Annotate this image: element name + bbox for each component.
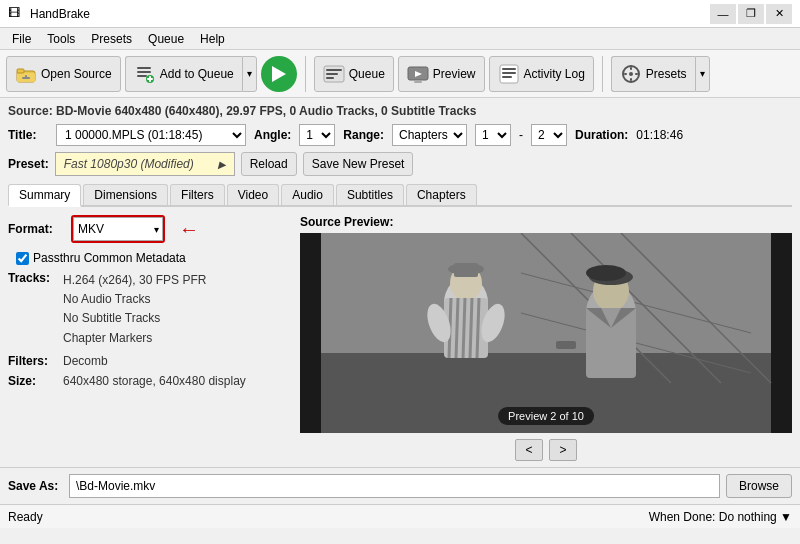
tab-chapters[interactable]: Chapters (406, 184, 477, 205)
filters-label: Filters: (8, 354, 63, 368)
angle-label: Angle: (254, 128, 291, 142)
toolbar: Open Source Add to Queue ▾ (0, 50, 800, 98)
preset-value-text: Fast 1080p30 (Modified) (64, 157, 194, 171)
preview-icon (407, 63, 429, 85)
passthru-checkbox[interactable] (16, 252, 29, 265)
format-select[interactable]: MKV MP4 WebM (73, 217, 163, 241)
format-label: Format: (8, 222, 63, 236)
svg-rect-21 (502, 76, 512, 78)
menu-queue[interactable]: Queue (140, 30, 192, 48)
range-to-select[interactable]: 2 (531, 124, 567, 146)
svg-rect-29 (321, 233, 771, 353)
format-row: Format: MKV MP4 WebM ▾ ← (8, 215, 288, 243)
presets-main[interactable]: Presets (611, 56, 695, 92)
tab-subtitles[interactable]: Subtitles (336, 184, 404, 205)
title-bar: 🎞 HandBrake — ❐ ✕ (0, 0, 800, 28)
preview-label-btn: Preview (433, 67, 476, 81)
browse-button[interactable]: Browse (726, 474, 792, 498)
minimize-button[interactable]: — (710, 4, 736, 24)
toolbar-separator-2 (602, 56, 603, 92)
svg-point-51 (586, 265, 626, 281)
svg-rect-19 (502, 68, 516, 70)
menu-tools[interactable]: Tools (39, 30, 83, 48)
range-label: Range: (343, 128, 384, 142)
when-done-text: When Done: Do nothing ▼ (649, 510, 792, 524)
presets-button[interactable]: Presets ▾ (611, 56, 710, 92)
preset-row: Preset: Fast 1080p30 (Modified) ▶ Reload… (8, 152, 792, 176)
window-controls: — ❐ ✕ (710, 4, 792, 24)
open-source-label: Open Source (41, 67, 112, 81)
open-source-button[interactable]: Open Source (6, 56, 121, 92)
tracks-values: H.264 (x264), 30 FPS PFR No Audio Tracks… (63, 271, 206, 348)
svg-rect-24 (630, 78, 632, 81)
queue-button[interactable]: Queue (314, 56, 394, 92)
app-icon: 🎞 (8, 6, 24, 22)
filters-row: Filters: Decomb (8, 354, 288, 368)
activity-log-label: Activity Log (524, 67, 585, 81)
presets-arrow[interactable]: ▾ (695, 56, 710, 92)
presets-label: Presets (646, 67, 687, 81)
svg-rect-25 (624, 73, 627, 75)
tabs-bar: Summary Dimensions Filters Video Audio S… (8, 184, 792, 207)
range-type-select[interactable]: Chapters (392, 124, 467, 146)
title-row: Title: 1 00000.MPLS (01:18:45) Angle: 1 … (8, 124, 792, 146)
save-new-preset-button[interactable]: Save New Preset (303, 152, 414, 176)
filters-value: Decomb (63, 354, 108, 368)
preview-button[interactable]: Preview (398, 56, 485, 92)
passthru-row: Passthru Common Metadata (16, 251, 288, 265)
svg-line-45 (477, 298, 479, 358)
range-to-separator: - (519, 128, 523, 142)
tab-filters[interactable]: Filters (170, 184, 225, 205)
preview-prev-button[interactable]: < (515, 439, 543, 461)
tab-audio[interactable]: Audio (281, 184, 334, 205)
title-select[interactable]: 1 00000.MPLS (01:18:45) (56, 124, 246, 146)
save-as-input[interactable] (69, 474, 720, 498)
reload-button[interactable]: Reload (241, 152, 297, 176)
menu-presets[interactable]: Presets (83, 30, 140, 48)
queue-icon (323, 63, 345, 85)
play-icon (272, 66, 286, 82)
activity-log-button[interactable]: Activity Log (489, 56, 594, 92)
source-info-row: Source: BD-Movie 640x480 (640x480), 29.9… (8, 104, 792, 118)
tab-video[interactable]: Video (227, 184, 279, 205)
tracks-row: Tracks: H.264 (x264), 30 FPS PFR No Audi… (8, 271, 288, 348)
status-bar: Ready When Done: Do nothing ▼ (0, 504, 800, 528)
when-done-value[interactable]: Do nothing ▼ (719, 510, 792, 524)
open-folder-icon (15, 63, 37, 85)
range-from-select[interactable]: 1 (475, 124, 511, 146)
queue-add-icon (134, 63, 156, 85)
add-to-queue-button[interactable]: Add to Queue ▾ (125, 56, 257, 92)
source-value: BD-Movie 640x480 (640x480), 29.97 FPS, 0… (56, 104, 476, 118)
svg-line-43 (463, 298, 465, 358)
activity-log-icon (498, 63, 520, 85)
add-to-queue-label: Add to Queue (160, 67, 234, 81)
angle-select[interactable]: 1 (299, 124, 335, 146)
queue-label: Queue (349, 67, 385, 81)
preview-section-label: Source Preview: (300, 215, 792, 229)
size-value: 640x480 storage, 640x480 display (63, 374, 246, 388)
add-to-queue-arrow[interactable]: ▾ (242, 56, 257, 92)
preview-next-button[interactable]: > (549, 439, 577, 461)
toolbar-separator-1 (305, 56, 306, 92)
preset-arrow-icon: ▶ (218, 159, 226, 170)
start-encode-button[interactable] (261, 56, 297, 92)
svg-line-44 (470, 298, 472, 358)
save-as-row: Save As: Browse (0, 467, 800, 504)
close-button[interactable]: ✕ (766, 4, 792, 24)
svg-point-27 (629, 72, 633, 76)
menu-help[interactable]: Help (192, 30, 233, 48)
preview-image: Preview 2 of 10 (300, 233, 792, 433)
tab-summary[interactable]: Summary (8, 184, 81, 207)
red-arrow-indicator: ← (179, 218, 199, 241)
svg-rect-52 (586, 308, 636, 378)
menu-file[interactable]: File (4, 30, 39, 48)
add-to-queue-main[interactable]: Add to Queue (125, 56, 242, 92)
passthru-label: Passthru Common Metadata (33, 251, 186, 265)
svg-rect-56 (556, 341, 576, 349)
tab-dimensions[interactable]: Dimensions (83, 184, 168, 205)
preset-value[interactable]: Fast 1080p30 (Modified) ▶ (55, 152, 235, 176)
track-line-4: Chapter Markers (63, 329, 206, 348)
svg-line-42 (456, 298, 458, 358)
svg-rect-2 (17, 69, 24, 73)
maximize-button[interactable]: ❐ (738, 4, 764, 24)
